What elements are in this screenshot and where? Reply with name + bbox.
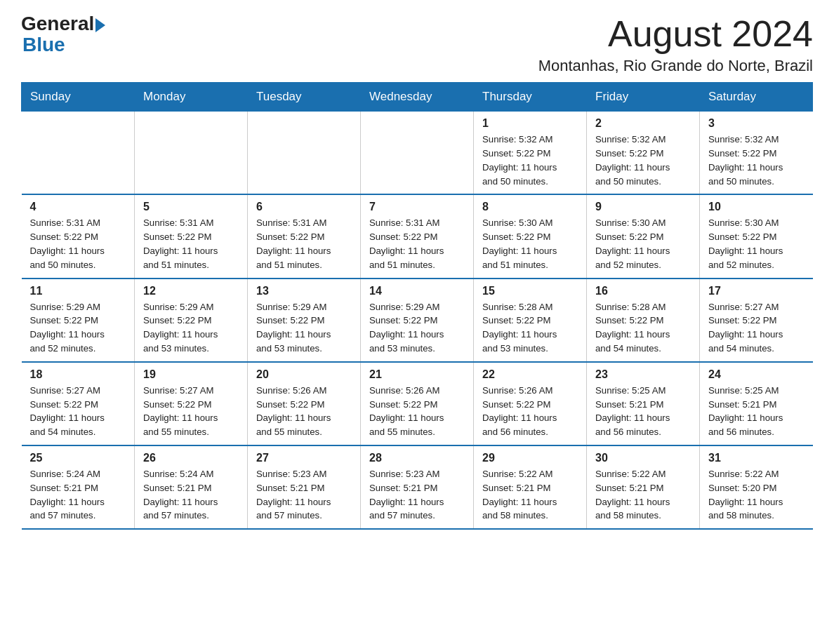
- calendar-week-row-3: 11Sunrise: 5:29 AM Sunset: 5:22 PM Dayli…: [22, 279, 813, 362]
- calendar-header-row: Sunday Monday Tuesday Wednesday Thursday…: [22, 83, 813, 112]
- cell-info: Sunrise: 5:26 AM Sunset: 5:22 PM Dayligh…: [369, 384, 465, 439]
- calendar-cell: 3Sunrise: 5:32 AM Sunset: 5:22 PM Daylig…: [700, 112, 813, 195]
- day-number: 12: [143, 285, 239, 297]
- header-tuesday: Tuesday: [248, 83, 361, 112]
- day-number: 1: [482, 117, 578, 130]
- cell-info: Sunrise: 5:29 AM Sunset: 5:22 PM Dayligh…: [369, 300, 465, 356]
- page-header: General Blue August 2024 Montanhas, Rio …: [21, 14, 813, 75]
- cell-info: Sunrise: 5:22 AM Sunset: 5:21 PM Dayligh…: [482, 467, 578, 523]
- cell-info: Sunrise: 5:31 AM Sunset: 5:22 PM Dayligh…: [256, 216, 352, 271]
- day-number: 8: [482, 201, 578, 213]
- day-number: 21: [369, 368, 465, 381]
- day-number: 19: [143, 368, 239, 381]
- day-number: 17: [708, 285, 805, 297]
- cell-info: Sunrise: 5:31 AM Sunset: 5:22 PM Dayligh…: [143, 216, 239, 271]
- cell-info: Sunrise: 5:29 AM Sunset: 5:22 PM Dayligh…: [143, 300, 239, 356]
- calendar-week-row-2: 4Sunrise: 5:31 AM Sunset: 5:22 PM Daylig…: [22, 194, 813, 278]
- calendar-cell: 21Sunrise: 5:26 AM Sunset: 5:22 PM Dayli…: [361, 362, 474, 445]
- day-number: 25: [30, 452, 126, 464]
- cell-info: Sunrise: 5:24 AM Sunset: 5:21 PM Dayligh…: [143, 467, 239, 523]
- calendar-week-row-4: 18Sunrise: 5:27 AM Sunset: 5:22 PM Dayli…: [22, 362, 813, 445]
- cell-info: Sunrise: 5:26 AM Sunset: 5:22 PM Dayligh…: [482, 384, 578, 439]
- location-title: Montanhas, Rio Grande do Norte, Brazil: [538, 57, 813, 75]
- calendar-cell: 24Sunrise: 5:25 AM Sunset: 5:21 PM Dayli…: [700, 362, 813, 445]
- calendar-cell: 30Sunrise: 5:22 AM Sunset: 5:21 PM Dayli…: [587, 445, 700, 529]
- calendar-cell: [22, 112, 135, 195]
- cell-info: Sunrise: 5:30 AM Sunset: 5:22 PM Dayligh…: [482, 216, 578, 271]
- month-title: August 2024: [538, 14, 813, 54]
- calendar-cell: 4Sunrise: 5:31 AM Sunset: 5:22 PM Daylig…: [22, 194, 135, 278]
- logo-general: General: [21, 14, 94, 34]
- cell-info: Sunrise: 5:27 AM Sunset: 5:22 PM Dayligh…: [708, 300, 805, 356]
- logo-arrow-icon: [95, 18, 105, 32]
- calendar-cell: 6Sunrise: 5:31 AM Sunset: 5:22 PM Daylig…: [248, 194, 361, 278]
- day-number: 4: [30, 201, 126, 213]
- header-thursday: Thursday: [474, 83, 587, 112]
- logo: General Blue: [21, 14, 105, 56]
- cell-info: Sunrise: 5:32 AM Sunset: 5:22 PM Dayligh…: [482, 133, 578, 188]
- day-number: 6: [256, 201, 352, 213]
- day-number: 24: [708, 368, 805, 381]
- calendar-cell: 11Sunrise: 5:29 AM Sunset: 5:22 PM Dayli…: [22, 279, 135, 362]
- header-monday: Monday: [135, 83, 248, 112]
- day-number: 14: [369, 285, 465, 297]
- calendar-cell: 2Sunrise: 5:32 AM Sunset: 5:22 PM Daylig…: [587, 112, 700, 195]
- calendar-cell: 25Sunrise: 5:24 AM Sunset: 5:21 PM Dayli…: [22, 445, 135, 529]
- calendar-cell: 1Sunrise: 5:32 AM Sunset: 5:22 PM Daylig…: [474, 112, 587, 195]
- calendar-cell: 10Sunrise: 5:30 AM Sunset: 5:22 PM Dayli…: [700, 194, 813, 278]
- cell-info: Sunrise: 5:28 AM Sunset: 5:22 PM Dayligh…: [595, 300, 691, 356]
- calendar-cell: 13Sunrise: 5:29 AM Sunset: 5:22 PM Dayli…: [248, 279, 361, 362]
- calendar-cell: 18Sunrise: 5:27 AM Sunset: 5:22 PM Dayli…: [22, 362, 135, 445]
- day-number: 9: [595, 201, 691, 213]
- title-block: August 2024 Montanhas, Rio Grande do Nor…: [538, 14, 813, 75]
- cell-info: Sunrise: 5:22 AM Sunset: 5:20 PM Dayligh…: [708, 467, 805, 523]
- header-sunday: Sunday: [22, 83, 135, 112]
- cell-info: Sunrise: 5:30 AM Sunset: 5:22 PM Dayligh…: [708, 216, 805, 271]
- calendar-cell: 28Sunrise: 5:23 AM Sunset: 5:21 PM Dayli…: [361, 445, 474, 529]
- calendar-week-row-5: 25Sunrise: 5:24 AM Sunset: 5:21 PM Dayli…: [22, 445, 813, 529]
- cell-info: Sunrise: 5:29 AM Sunset: 5:22 PM Dayligh…: [30, 300, 126, 356]
- calendar-cell: [361, 112, 474, 195]
- cell-info: Sunrise: 5:29 AM Sunset: 5:22 PM Dayligh…: [256, 300, 352, 356]
- calendar-cell: 15Sunrise: 5:28 AM Sunset: 5:22 PM Dayli…: [474, 279, 587, 362]
- calendar-cell: 19Sunrise: 5:27 AM Sunset: 5:22 PM Dayli…: [135, 362, 248, 445]
- calendar-cell: 8Sunrise: 5:30 AM Sunset: 5:22 PM Daylig…: [474, 194, 587, 278]
- cell-info: Sunrise: 5:32 AM Sunset: 5:22 PM Dayligh…: [708, 133, 805, 188]
- calendar-cell: [135, 112, 248, 195]
- cell-info: Sunrise: 5:27 AM Sunset: 5:22 PM Dayligh…: [143, 384, 239, 439]
- day-number: 16: [595, 285, 691, 297]
- cell-info: Sunrise: 5:22 AM Sunset: 5:21 PM Dayligh…: [595, 467, 691, 523]
- day-number: 7: [369, 201, 465, 213]
- cell-info: Sunrise: 5:27 AM Sunset: 5:22 PM Dayligh…: [30, 384, 126, 439]
- day-number: 10: [708, 201, 805, 213]
- cell-info: Sunrise: 5:31 AM Sunset: 5:22 PM Dayligh…: [30, 216, 126, 271]
- cell-info: Sunrise: 5:24 AM Sunset: 5:21 PM Dayligh…: [30, 467, 126, 523]
- day-number: 30: [595, 452, 691, 464]
- day-number: 3: [708, 117, 805, 130]
- header-wednesday: Wednesday: [361, 83, 474, 112]
- calendar-cell: 26Sunrise: 5:24 AM Sunset: 5:21 PM Dayli…: [135, 445, 248, 529]
- calendar-cell: 20Sunrise: 5:26 AM Sunset: 5:22 PM Dayli…: [248, 362, 361, 445]
- calendar-cell: 5Sunrise: 5:31 AM Sunset: 5:22 PM Daylig…: [135, 194, 248, 278]
- day-number: 23: [595, 368, 691, 381]
- cell-info: Sunrise: 5:23 AM Sunset: 5:21 PM Dayligh…: [256, 467, 352, 523]
- calendar-cell: 12Sunrise: 5:29 AM Sunset: 5:22 PM Dayli…: [135, 279, 248, 362]
- cell-info: Sunrise: 5:23 AM Sunset: 5:21 PM Dayligh…: [369, 467, 465, 523]
- header-saturday: Saturday: [700, 83, 813, 112]
- logo-blue: Blue: [22, 34, 65, 56]
- calendar-cell: 14Sunrise: 5:29 AM Sunset: 5:22 PM Dayli…: [361, 279, 474, 362]
- day-number: 20: [256, 368, 352, 381]
- day-number: 22: [482, 368, 578, 381]
- calendar-cell: [248, 112, 361, 195]
- day-number: 11: [30, 285, 126, 297]
- cell-info: Sunrise: 5:25 AM Sunset: 5:21 PM Dayligh…: [708, 384, 805, 439]
- calendar-cell: 9Sunrise: 5:30 AM Sunset: 5:22 PM Daylig…: [587, 194, 700, 278]
- cell-info: Sunrise: 5:25 AM Sunset: 5:21 PM Dayligh…: [595, 384, 691, 439]
- calendar-week-row-1: 1Sunrise: 5:32 AM Sunset: 5:22 PM Daylig…: [22, 112, 813, 195]
- day-number: 29: [482, 452, 578, 464]
- day-number: 2: [595, 117, 691, 130]
- calendar-cell: 23Sunrise: 5:25 AM Sunset: 5:21 PM Dayli…: [587, 362, 700, 445]
- day-number: 5: [143, 201, 239, 213]
- day-number: 31: [708, 452, 805, 464]
- calendar-cell: 27Sunrise: 5:23 AM Sunset: 5:21 PM Dayli…: [248, 445, 361, 529]
